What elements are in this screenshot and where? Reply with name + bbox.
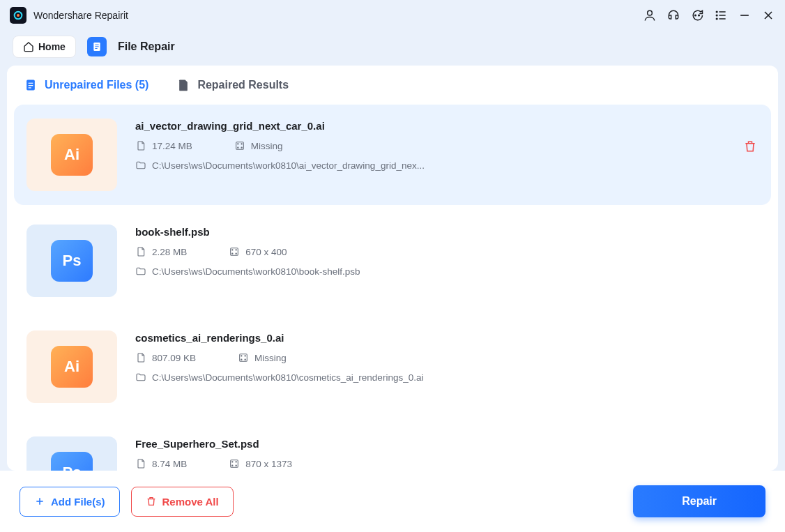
svg-point-26 — [241, 147, 242, 148]
menu-icon[interactable] — [714, 8, 728, 22]
page-title: File Repair — [118, 40, 175, 53]
remove-all-button[interactable]: Remove All — [131, 487, 234, 517]
svg-rect-17 — [95, 48, 97, 49]
svg-point-39 — [236, 462, 236, 462]
file-thumb: Ps — [26, 225, 117, 297]
svg-rect-19 — [29, 83, 33, 84]
tabs: Unrepaired Files (5) Repaired Results — [7, 66, 778, 96]
file-path: C:\Users\ws\Documents\work0810\cosmetics… — [135, 372, 423, 383]
svg-point-35 — [241, 359, 242, 360]
file-meta: cosmetics_ai_renderings_0.ai807.09 KBMis… — [135, 330, 423, 403]
doc-icon — [24, 78, 38, 92]
file-size: 17.24 MB — [135, 140, 192, 151]
add-files-label: Add File(s) — [51, 496, 105, 508]
svg-rect-15 — [95, 45, 98, 45]
file-dimensions: Missing — [234, 140, 283, 151]
app-title: Wondershare Repairit — [33, 10, 128, 21]
app-logo — [10, 7, 26, 24]
file-name: cosmetics_ai_renderings_0.ai — [135, 332, 423, 344]
tab-unrepaired[interactable]: Unrepaired Files (5) — [24, 78, 148, 92]
svg-rect-21 — [29, 87, 31, 88]
file-dimensions: Missing — [238, 352, 287, 363]
svg-point-24 — [241, 144, 242, 144]
svg-rect-37 — [231, 460, 238, 468]
svg-point-31 — [236, 253, 236, 254]
main-card: Unrepaired Files (5) Repaired Results Ai… — [7, 66, 778, 471]
file-badge: Ps — [51, 240, 93, 282]
svg-point-23 — [237, 144, 238, 144]
file-row[interactable]: PsFree_Superhero_Set.psd8.74 MB870 x 137… — [14, 423, 771, 471]
svg-point-29 — [236, 250, 236, 250]
svg-point-28 — [232, 250, 233, 250]
svg-point-38 — [232, 462, 233, 462]
svg-point-30 — [232, 253, 233, 254]
minimize-icon[interactable] — [738, 8, 752, 22]
repair-button[interactable]: Repair — [633, 485, 765, 517]
file-meta: ai_vector_drawing_grid_next_car_0.ai17.2… — [135, 119, 425, 191]
footer: Add File(s) Remove All Repair — [0, 471, 785, 532]
file-thumb: Ai — [26, 330, 117, 403]
svg-point-1 — [17, 14, 20, 17]
file-name: ai_vector_drawing_grid_next_car_0.ai — [135, 120, 425, 132]
titlebar: Wondershare Repairit — [0, 0, 785, 31]
svg-point-9 — [716, 18, 717, 20]
file-name: book-shelf.psb — [135, 226, 360, 238]
tab-repaired[interactable]: Repaired Results — [176, 78, 289, 92]
file-row[interactable]: Aiai_vector_drawing_grid_next_car_0.ai17… — [14, 105, 771, 205]
file-dimensions: 670 x 400 — [229, 246, 287, 257]
svg-rect-32 — [240, 354, 247, 362]
file-list: Aiai_vector_drawing_grid_next_car_0.ai17… — [7, 96, 778, 471]
file-thumb: Ai — [26, 119, 117, 191]
file-badge: Ai — [51, 346, 93, 388]
svg-rect-22 — [236, 142, 243, 150]
svg-point-25 — [237, 147, 238, 148]
file-path: C:\Users\ws\Documents\work0810\book-shel… — [135, 266, 360, 277]
doc-icon — [176, 78, 190, 92]
svg-rect-16 — [95, 46, 98, 47]
file-name: Free_Superhero_Set.psd — [135, 438, 404, 450]
svg-point-33 — [241, 356, 242, 356]
home-label: Home — [38, 41, 66, 52]
svg-point-5 — [716, 11, 717, 13]
svg-point-41 — [236, 465, 236, 466]
svg-point-2 — [648, 10, 653, 15]
repair-label: Repair — [682, 495, 717, 508]
file-row[interactable]: Psbook-shelf.psb2.28 MB670 x 400C:\Users… — [14, 211, 771, 311]
user-icon[interactable] — [643, 8, 657, 22]
svg-point-34 — [245, 356, 245, 356]
support-icon[interactable] — [666, 8, 680, 22]
svg-point-4 — [699, 15, 700, 16]
feedback-icon[interactable] — [690, 8, 704, 22]
file-meta: book-shelf.psb2.28 MB670 x 400C:\Users\w… — [135, 225, 360, 297]
svg-rect-20 — [29, 85, 33, 86]
file-size: 807.09 KB — [135, 352, 196, 363]
tab-repaired-label: Repaired Results — [197, 79, 289, 91]
svg-point-3 — [695, 15, 696, 16]
file-path: C:\Users\ws\Documents\work0810\ai_vector… — [135, 160, 425, 171]
delete-icon[interactable] — [743, 139, 757, 156]
file-size: 8.74 MB — [135, 458, 187, 469]
close-icon[interactable] — [761, 8, 775, 22]
svg-point-40 — [232, 465, 233, 466]
svg-point-7 — [716, 15, 717, 16]
svg-rect-27 — [231, 248, 238, 256]
svg-point-36 — [245, 359, 245, 360]
add-files-button[interactable]: Add File(s) — [20, 487, 120, 517]
file-dimensions: 870 x 1373 — [229, 458, 292, 469]
file-repair-icon — [87, 37, 107, 56]
file-row[interactable]: Aicosmetics_ai_renderings_0.ai807.09 KBM… — [14, 317, 771, 417]
home-button[interactable]: Home — [13, 36, 76, 58]
remove-all-label: Remove All — [162, 496, 219, 508]
file-size: 2.28 MB — [135, 246, 187, 257]
breadcrumb: Home File Repair — [0, 31, 785, 63]
file-meta: Free_Superhero_Set.psd8.74 MB870 x 1373C… — [135, 436, 404, 471]
file-badge: Ai — [51, 134, 93, 176]
tab-unrepaired-label: Unrepaired Files (5) — [45, 79, 148, 91]
file-thumb: Ps — [26, 436, 117, 471]
file-badge: Ps — [51, 452, 93, 471]
